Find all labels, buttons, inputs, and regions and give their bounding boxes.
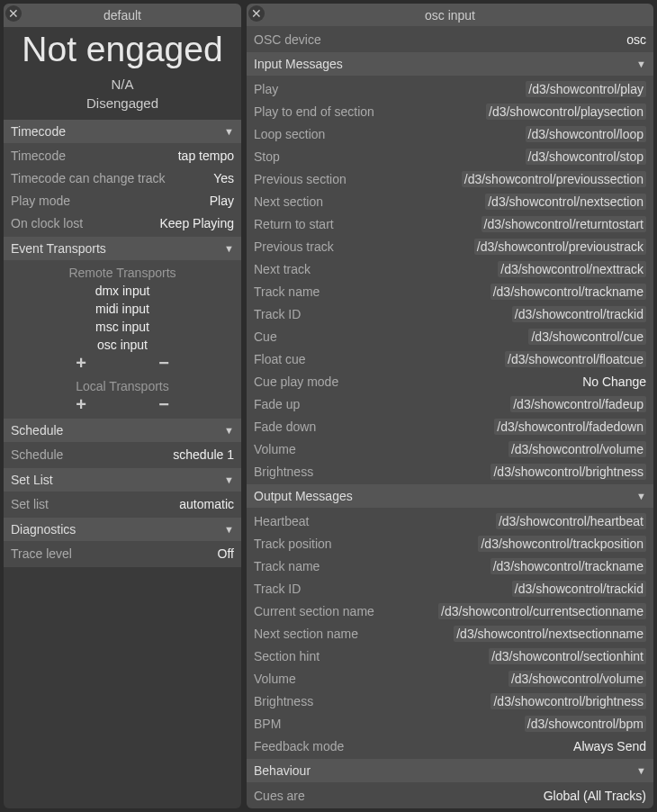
- chevron-down-icon: ▼: [224, 243, 234, 254]
- osc-message-row[interactable]: Loop section/d3/showcontrol/loop: [247, 122, 653, 145]
- transport-item[interactable]: midi input: [4, 300, 241, 318]
- property-row[interactable]: Trace levelOff: [4, 543, 241, 565]
- row-label: Play to end of section: [254, 104, 374, 119]
- osc-message-row[interactable]: Track name/d3/showcontrol/trackname: [247, 280, 653, 302]
- transport-item[interactable]: osc input: [4, 336, 241, 354]
- property-row[interactable]: Timecode can change trackYes: [4, 167, 241, 190]
- transport-item[interactable]: msc input: [4, 318, 241, 336]
- add-local-button[interactable]: +: [65, 395, 97, 413]
- row-label: BPM: [254, 717, 281, 731]
- local-transports-controls: + −: [4, 395, 241, 417]
- osc-message-row[interactable]: Play to end of section/d3/showcontrol/pl…: [247, 100, 653, 122]
- section-timecode-body: Timecodetap tempoTimecode can change tra…: [4, 143, 241, 237]
- chevron-down-icon: ▼: [636, 491, 646, 501]
- section-behaviour-body: Cues areGlobal (All Tracks): [247, 782, 653, 808]
- osc-message-row[interactable]: Current section name/d3/showcontrol/curr…: [247, 600, 653, 622]
- row-label: Float cue: [254, 352, 306, 366]
- chevron-down-icon: ▼: [636, 59, 646, 69]
- property-row[interactable]: Scheduleschedule 1: [4, 444, 241, 466]
- panel-title: default: [104, 8, 141, 23]
- osc-device-row: OSC device osc: [247, 26, 653, 52]
- row-value: /d3/showcontrol/nextsection: [485, 194, 646, 210]
- row-value: /d3/showcontrol/previoustrack: [474, 239, 646, 255]
- row-label: Fade up: [254, 397, 300, 411]
- section-schedule-header[interactable]: Schedule ▼: [4, 419, 241, 442]
- row-label: Schedule: [11, 447, 63, 462]
- row-value: /d3/showcontrol/previoussection: [462, 171, 646, 187]
- section-label: Output Messages: [254, 489, 353, 503]
- osc-device[interactable]: OSC device osc: [247, 28, 653, 50]
- osc-message-row[interactable]: Cue/d3/showcontrol/cue: [247, 325, 653, 347]
- row-label: Cues are: [254, 789, 305, 803]
- row-value: schedule 1: [173, 447, 234, 462]
- panel-osc-input: ✕ osc input OSC device osc Input Message…: [247, 4, 653, 808]
- row-label: Timecode: [11, 149, 66, 163]
- close-icon[interactable]: ✕: [5, 5, 22, 22]
- osc-message-row[interactable]: Previous section/d3/showcontrol/previous…: [247, 167, 653, 190]
- section-timecode-header[interactable]: Timecode ▼: [4, 120, 241, 143]
- row-value: /d3/showcontrol/trackname: [490, 284, 646, 300]
- row-label: Brightness: [254, 465, 313, 479]
- row-label: On clock lost: [11, 216, 83, 230]
- osc-message-row[interactable]: Previous track/d3/showcontrol/previoustr…: [247, 235, 653, 257]
- osc-message-row[interactable]: Track position/d3/showcontrol/trackposit…: [247, 532, 653, 555]
- osc-message-row[interactable]: Cues areGlobal (All Tracks): [247, 784, 653, 807]
- osc-message-row[interactable]: BPM/d3/showcontrol/bpm: [247, 712, 653, 735]
- osc-message-row[interactable]: Track ID/d3/showcontrol/trackid: [247, 577, 653, 600]
- section-label: Set List: [11, 473, 53, 487]
- section-diagnostics-header[interactable]: Diagnostics ▼: [4, 518, 241, 541]
- osc-message-row[interactable]: Brightness/d3/showcontrol/brightness: [247, 460, 653, 483]
- row-value: Off: [218, 546, 234, 561]
- panel-default: ✕ default Not engaged N/A Disengaged Tim…: [4, 4, 241, 808]
- row-value: /d3/showcontrol/stop: [526, 149, 646, 165]
- osc-message-row[interactable]: Next section/d3/showcontrol/nextsection: [247, 190, 653, 212]
- row-value: /d3/showcontrol/volume: [508, 671, 646, 687]
- osc-message-row[interactable]: Fade down/d3/showcontrol/fadedown: [247, 415, 653, 438]
- osc-message-row[interactable]: Track ID/d3/showcontrol/trackid: [247, 302, 653, 325]
- property-row[interactable]: Timecodetap tempo: [4, 145, 241, 167]
- osc-message-row[interactable]: Fade up/d3/showcontrol/fadeup: [247, 392, 653, 415]
- status-block: Not engaged N/A Disengaged: [4, 27, 241, 120]
- close-icon[interactable]: ✕: [248, 5, 265, 22]
- row-value: /d3/showcontrol/trackid: [512, 306, 646, 322]
- osc-message-row[interactable]: Volume/d3/showcontrol/volume: [247, 438, 653, 460]
- section-schedule-body: Scheduleschedule 1: [4, 442, 241, 468]
- row-label: Heartbeat: [254, 514, 309, 528]
- transport-item[interactable]: dmx input: [4, 282, 241, 300]
- section-setlist-header[interactable]: Set List ▼: [4, 468, 241, 492]
- row-label: Track name: [254, 559, 320, 573]
- osc-message-row[interactable]: Section hint/d3/showcontrol/sectionhint: [247, 645, 653, 667]
- osc-message-row[interactable]: Float cue/d3/showcontrol/floatcue: [247, 347, 653, 370]
- osc-message-row[interactable]: Brightness/d3/showcontrol/brightness: [247, 690, 653, 712]
- section-output-messages-header[interactable]: Output Messages ▼: [247, 484, 653, 508]
- remove-local-button[interactable]: −: [148, 395, 180, 413]
- osc-message-row[interactable]: Cue play modeNo Change: [247, 370, 653, 392]
- osc-message-row[interactable]: Volume/d3/showcontrol/volume: [247, 667, 653, 690]
- status-sub2: Disengaged: [7, 95, 238, 111]
- osc-message-row[interactable]: Stop/d3/showcontrol/stop: [247, 145, 653, 167]
- osc-message-row[interactable]: Next track/d3/showcontrol/nexttrack: [247, 257, 653, 280]
- panel-title: osc input: [425, 8, 475, 23]
- osc-message-row[interactable]: Heartbeat/d3/showcontrol/heartbeat: [247, 510, 653, 532]
- chevron-down-icon: ▼: [224, 126, 234, 137]
- property-row[interactable]: Set listautomatic: [4, 493, 241, 516]
- titlebar-right: ✕ osc input: [247, 4, 653, 26]
- add-remote-button[interactable]: +: [65, 354, 97, 372]
- row-value: /d3/showcontrol/nextsectionname: [454, 626, 646, 642]
- section-behaviour-header[interactable]: Behaviour ▼: [247, 759, 653, 782]
- osc-message-row[interactable]: Next section name/d3/showcontrol/nextsec…: [247, 622, 653, 645]
- osc-message-row[interactable]: Feedback modeAlways Send: [247, 735, 653, 757]
- section-event-transports-header[interactable]: Event Transports ▼: [4, 237, 241, 260]
- chevron-down-icon: ▼: [636, 765, 646, 776]
- row-label: Fade down: [254, 420, 316, 434]
- row-label: Play mode: [11, 194, 70, 208]
- row-value: osc: [626, 32, 646, 47]
- osc-message-row[interactable]: Track name/d3/showcontrol/trackname: [247, 555, 653, 577]
- property-row[interactable]: On clock lostKeep Playing: [4, 212, 241, 235]
- osc-message-row[interactable]: Play/d3/showcontrol/play: [247, 77, 653, 100]
- row-value: /d3/showcontrol/floatcue: [505, 351, 646, 367]
- remove-remote-button[interactable]: −: [148, 354, 180, 372]
- property-row[interactable]: Play modePlay: [4, 190, 241, 212]
- section-input-messages-header[interactable]: Input Messages ▼: [247, 52, 653, 76]
- osc-message-row[interactable]: Return to start/d3/showcontrol/returntos…: [247, 212, 653, 235]
